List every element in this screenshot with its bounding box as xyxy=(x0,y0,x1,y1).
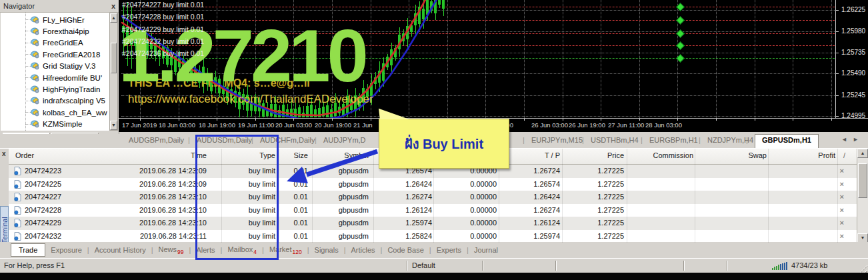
terminal-tab-journal[interactable]: Journal xyxy=(473,246,499,254)
column-header-tp[interactable]: T / P xyxy=(545,151,560,159)
tree-twig xyxy=(25,66,31,67)
grid-line-vertical xyxy=(639,0,640,118)
terminal-tab-code-base[interactable]: Code Base xyxy=(386,246,425,254)
column-header-order[interactable]: Order xyxy=(15,151,34,159)
price-tick xyxy=(836,73,839,74)
navigator-titlebar[interactable]: Navigator x xyxy=(0,0,119,13)
scroll-up-icon[interactable]: ▲ xyxy=(110,13,117,23)
sidebar-item-label: indrafxscalping V5 xyxy=(43,97,105,105)
time-tick xyxy=(601,119,601,121)
terminal-tab-trade[interactable]: Trade xyxy=(11,243,45,257)
ea-icon xyxy=(31,51,40,59)
column-header-size[interactable]: Size xyxy=(294,151,308,159)
cell-size: 0.01 xyxy=(294,180,308,188)
cell-price2: 1.27225 xyxy=(597,232,624,240)
sidebar-item-ea[interactable]: KZMSimple xyxy=(1,119,109,130)
close-order-icon[interactable]: × xyxy=(840,219,844,227)
terminal-tab-exposure[interactable]: Exposure xyxy=(49,246,83,254)
terminal-tab-signals[interactable]: Signals xyxy=(313,246,340,254)
sidebar-item-ea[interactable]: FLy_HiGhEr xyxy=(1,14,109,25)
terminal-tab-articles[interactable]: Articles xyxy=(350,246,377,254)
sidebar-item-ea[interactable]: FreeGridEA2018 xyxy=(1,49,109,60)
scroll-down-icon[interactable]: ▼ xyxy=(857,233,868,243)
chart-tab-eurjpymm15[interactable]: EURJPYm,M15 xyxy=(531,136,583,144)
chart-tab-usdthbmh4[interactable]: USDTHBm,H4 xyxy=(591,136,639,144)
price-label: 1.25245 xyxy=(841,91,865,99)
column-header-swap[interactable]: Swap xyxy=(748,151,767,159)
tab-separator: | xyxy=(381,246,383,254)
status-profile[interactable]: Default xyxy=(412,261,435,269)
close-order-icon[interactable]: × xyxy=(840,193,844,201)
close-order-icon[interactable]: × xyxy=(840,232,844,240)
cell-order: 204724223 xyxy=(25,167,61,175)
chart-tab-audjpymd[interactable]: AUDJPYm,D xyxy=(323,136,366,144)
terminal-tab-news[interactable]: News99 xyxy=(157,245,185,255)
sidebar-item-ea[interactable]: Forexthai4pip xyxy=(1,25,109,37)
sidebar-item-ea[interactable]: indrafxscalping V5 xyxy=(1,95,109,107)
candlestick xyxy=(286,109,289,117)
column-header-symbol[interactable]: Symbol xyxy=(344,151,369,159)
resize-grip[interactable] xyxy=(859,264,867,273)
sidebar-item-label: HighFlyingTradin xyxy=(43,85,101,93)
sidebar-item-ea[interactable]: FreeGridEA xyxy=(1,37,109,49)
sidebar-item-label: Grid Statigy V.3 xyxy=(43,62,95,70)
sidebar-item-ea[interactable]: Grid Statigy V.3 xyxy=(1,61,109,72)
price-tick xyxy=(836,53,839,53)
chart-order-label: #204724228 buy limit 0.01 xyxy=(122,13,204,21)
ea-icon xyxy=(31,120,40,128)
tree-twig xyxy=(25,112,31,113)
sidebar-item-ea[interactable]: Hifreedomlife BU' xyxy=(1,72,109,83)
grid-line-vertical xyxy=(524,0,525,118)
grid-line-vertical xyxy=(716,0,717,118)
chart-area[interactable]: THIS EA …CE Fi… MQ4: s…e@g…il https://ww… xyxy=(119,0,868,118)
close-order-icon[interactable]: × xyxy=(840,167,844,175)
time-tick xyxy=(831,119,832,121)
sidebar-item-ea[interactable]: HighFlyingTradin xyxy=(1,83,109,95)
status-help-text: For Help, press F1 xyxy=(4,261,65,269)
candlestick xyxy=(378,71,381,83)
candlestick xyxy=(442,0,445,9)
navigator-scrollbar[interactable]: ▲ ▼ xyxy=(109,13,118,131)
cell-tp: 1.26424 xyxy=(533,193,560,201)
candlestick xyxy=(394,48,397,57)
scroll-up-icon[interactable]: ▲ xyxy=(857,149,868,158)
column-separator xyxy=(695,149,695,243)
cell-order: 204724229 xyxy=(25,219,61,227)
chart-tab-audgbpmdaily[interactable]: AUDGBPm,Daily xyxy=(129,136,184,144)
tab-separator: | xyxy=(746,136,748,144)
chart-tab-gbpusdmh1[interactable]: GBPUSDm,H1 xyxy=(755,134,819,148)
traffic-bars-icon xyxy=(772,262,789,270)
terminal-tab-experts[interactable]: Experts xyxy=(435,246,463,254)
chart-tab-eurgbpmh1[interactable]: EURGBPm,H1 xyxy=(649,136,698,144)
candlestick xyxy=(294,109,297,117)
cell-sl: 0.00000 xyxy=(470,232,497,240)
column-header-price[interactable]: Price xyxy=(607,151,624,159)
scroll-down-icon[interactable]: ▼ xyxy=(110,121,117,130)
scrollbar-thumb[interactable] xyxy=(111,43,117,73)
sort-indicator[interactable]: / xyxy=(843,151,845,159)
close-order-icon[interactable]: × xyxy=(840,206,844,214)
table-scrollbar[interactable]: ▲ ▼ xyxy=(857,149,868,243)
column-header-commission[interactable]: Commission xyxy=(653,151,693,159)
close-order-icon[interactable]: × xyxy=(840,180,844,188)
navigator-close-icon[interactable]: x xyxy=(111,3,115,9)
terminal-tab-account-history[interactable]: Account History xyxy=(93,246,147,254)
cell-size: 0.01 xyxy=(294,232,308,240)
tree-twig xyxy=(25,89,31,89)
sidebar-item-label: FreeGridEA2018 xyxy=(43,51,100,59)
tab-scroll-arrows[interactable]: ◄► xyxy=(841,136,864,143)
column-header-profit[interactable]: Profit xyxy=(818,151,835,159)
terminal-close-icon[interactable]: x xyxy=(2,150,6,157)
scrollbar-thumb[interactable] xyxy=(858,163,867,198)
grid-line-vertical xyxy=(755,0,755,118)
time-tick xyxy=(179,119,179,121)
time-tick xyxy=(677,119,678,121)
price-label: 1.25980 xyxy=(841,27,865,35)
tree-twig xyxy=(25,101,31,101)
tree-twig xyxy=(25,31,31,31)
time-label: 17 Jun 2019 xyxy=(122,121,157,129)
grid-line-vertical xyxy=(563,0,563,118)
sidebar-item-ea[interactable]: kolbas_ch_EA_ww xyxy=(1,107,109,118)
time-tick xyxy=(293,119,294,121)
ea-icon xyxy=(31,16,40,24)
